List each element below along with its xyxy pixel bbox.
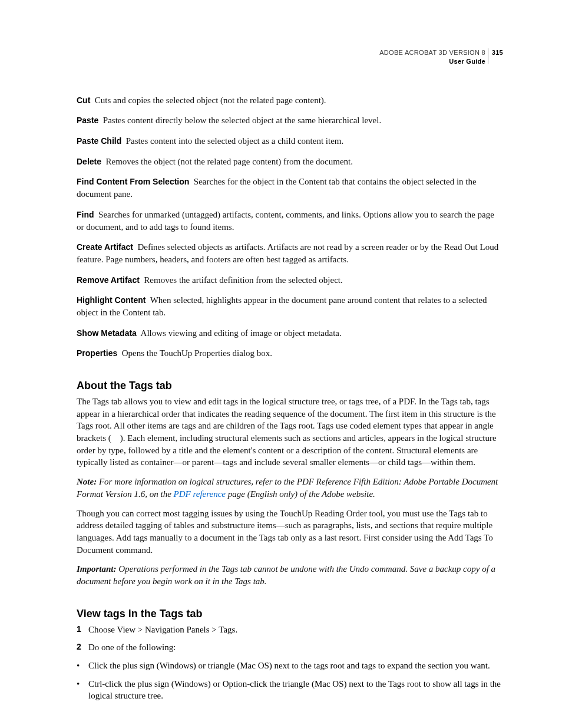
desc: Allows viewing and editing of image or o… bbox=[141, 328, 342, 338]
pdf-reference-link[interactable]: PDF reference bbox=[174, 489, 226, 499]
def-delete: Delete Removes the object (not the relat… bbox=[77, 156, 503, 168]
steps-list: 1Choose View > Navigation Panels > Tags.… bbox=[77, 624, 503, 654]
header-product: ADOBE ACROBAT 3D VERSION 8 bbox=[77, 48, 485, 57]
term: Find bbox=[77, 210, 94, 219]
note-after: page (English only) of the Adobe website… bbox=[226, 489, 375, 499]
term: Paste Child bbox=[77, 136, 121, 146]
def-paste: Paste Pastes content directly below the … bbox=[77, 114, 503, 127]
desc: Removes the artifact definition from the… bbox=[144, 275, 342, 285]
term: Cut bbox=[77, 95, 90, 105]
heading-view-tags: View tags in the Tags tab bbox=[77, 608, 503, 620]
step-text: Choose View > Navigation Panels > Tags. bbox=[88, 624, 237, 636]
def-properties: Properties Opens the TouchUp Properties … bbox=[77, 347, 503, 360]
term: Paste bbox=[77, 116, 98, 125]
def-find-content-from-selection: Find Content From Selection Searches for… bbox=[77, 176, 503, 200]
term: Properties bbox=[77, 348, 117, 358]
heading-about-tags-tab: About the Tags tab bbox=[77, 380, 503, 392]
para: The Tags tab allows you to view and edit… bbox=[77, 396, 503, 469]
para: Though you can correct most tagging issu… bbox=[77, 508, 503, 556]
page-number: 315 bbox=[488, 48, 503, 64]
step-number: 1 bbox=[77, 624, 88, 636]
def-remove-artifact: Remove Artifact Removes the artifact def… bbox=[77, 274, 503, 286]
note: Note: For more information on logical st… bbox=[77, 476, 503, 500]
header-doc: User Guide bbox=[77, 57, 485, 66]
page-header: ADOBE ACROBAT 3D VERSION 8 User Guide 31… bbox=[77, 48, 503, 66]
term: Find Content From Selection bbox=[77, 177, 189, 186]
def-create-artifact: Create Artifact Defines selected objects… bbox=[77, 241, 503, 265]
desc: Opens the TouchUp Properties dialog box. bbox=[122, 348, 272, 358]
desc: Pastes content into the selected object … bbox=[126, 136, 343, 146]
def-paste-child: Paste Child Pastes content into the sele… bbox=[77, 135, 503, 147]
desc: Defines selected objects as artifacts. A… bbox=[77, 242, 498, 264]
term: Create Artifact bbox=[77, 242, 133, 252]
step-text: Do one of the following: bbox=[88, 641, 176, 654]
desc: Pastes content directly below the select… bbox=[103, 116, 381, 125]
desc: Cuts and copies the selected object (not… bbox=[95, 95, 326, 105]
important: Important: Operations performed in the T… bbox=[77, 563, 503, 587]
important-body: Operations performed in the Tags tab can… bbox=[77, 564, 495, 586]
def-find: Find Searches for unmarked (untagged) ar… bbox=[77, 209, 503, 233]
bullet-text: Ctrl-click the plus sign (Windows) or Op… bbox=[88, 678, 503, 702]
bullet-text: Click the plus sign (Windows) or triangl… bbox=[88, 660, 490, 672]
bullet-icon: • bbox=[77, 660, 88, 672]
term: Highlight Content bbox=[77, 295, 146, 305]
page: ADOBE ACROBAT 3D VERSION 8 User Guide 31… bbox=[0, 0, 562, 728]
note-lead: Note: bbox=[77, 477, 97, 486]
term: Remove Artifact bbox=[77, 275, 140, 285]
term: Delete bbox=[77, 157, 101, 166]
section-about-body: The Tags tab allows you to view and edit… bbox=[77, 396, 503, 588]
step: 1Choose View > Navigation Panels > Tags. bbox=[77, 624, 503, 636]
list-item: •Click the plus sign (Windows) or triang… bbox=[77, 660, 503, 672]
desc: Removes the object (not the related page… bbox=[106, 157, 353, 166]
def-show-metadata: Show Metadata Allows viewing and editing… bbox=[77, 327, 503, 340]
step: 2Do one of the following: bbox=[77, 641, 503, 654]
step-number: 2 bbox=[77, 641, 88, 654]
important-lead: Important: bbox=[77, 564, 117, 574]
desc: Searches for unmarked (untagged) artifac… bbox=[77, 210, 494, 232]
bullet-icon: • bbox=[77, 678, 88, 702]
bullet-list: •Click the plus sign (Windows) or triang… bbox=[77, 660, 503, 702]
def-highlight-content: Highlight Content When selected, highlig… bbox=[77, 294, 503, 318]
list-item: •Ctrl-click the plus sign (Windows) or O… bbox=[77, 678, 503, 702]
def-cut: Cut Cuts and copies the selected object … bbox=[77, 94, 503, 107]
term: Show Metadata bbox=[77, 328, 137, 338]
definition-list: Cut Cuts and copies the selected object … bbox=[77, 94, 503, 360]
